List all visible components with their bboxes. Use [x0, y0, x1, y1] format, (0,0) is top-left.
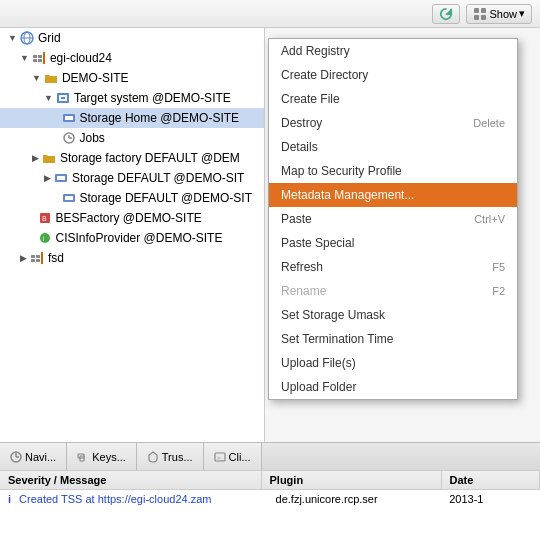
svg-rect-21: [57, 176, 65, 180]
status-col-date: Date: [442, 471, 541, 489]
details-label: Details: [281, 140, 318, 154]
arrow-factory: ▶: [32, 153, 39, 163]
menu-details[interactable]: Details: [269, 135, 517, 159]
svg-rect-10: [38, 59, 42, 62]
folder-icon-demo: [43, 70, 59, 86]
tree-label-demo: DEMO-SITE: [62, 71, 129, 85]
svg-rect-14: [61, 97, 65, 99]
tree-label-storage-home: Storage Home @DEMO-SITE: [80, 111, 240, 125]
status-col-message: Severity / Message: [0, 471, 262, 489]
tree-item-demo-site[interactable]: ▼ DEMO-SITE: [0, 68, 264, 88]
create-directory-label: Create Directory: [281, 68, 368, 82]
tree-item-storage-default-1[interactable]: ▶ Storage DEFAULT @DEMO-SIT: [0, 168, 264, 188]
add-registry-label: Add Registry: [281, 44, 350, 58]
show-arrow: ▾: [519, 7, 525, 20]
paste-label: Paste: [281, 212, 312, 226]
svg-rect-8: [33, 59, 37, 62]
destroy-shortcut: Delete: [473, 117, 505, 129]
paste-special-label: Paste Special: [281, 236, 354, 250]
arrow-sd2: [56, 193, 59, 203]
status-date: 2013-1: [449, 493, 532, 505]
tree-item-cis[interactable]: i CISInfoProvider @DEMO-SITE: [0, 228, 264, 248]
status-header-plugin: Plugin: [270, 474, 304, 486]
tree-item-storage-factory[interactable]: ▶ Storage factory DEFAULT @DEM: [0, 148, 264, 168]
menu-upload-folder[interactable]: Upload Folder: [269, 375, 517, 399]
menu-upload-files[interactable]: Upload File(s): [269, 351, 517, 375]
tree-item-grid[interactable]: ▼ Grid: [0, 28, 264, 48]
refresh-label: Refresh: [281, 260, 323, 274]
tab-keys-label: Keys...: [92, 451, 126, 463]
create-file-label: Create File: [281, 92, 340, 106]
rename-shortcut: F2: [492, 285, 505, 297]
context-menu: Add Registry Create Directory Create Fil…: [268, 38, 518, 400]
tree-item-jobs[interactable]: Jobs: [0, 128, 264, 148]
tree-item-storage-home[interactable]: Storage Home @DEMO-SITE: [0, 108, 264, 128]
cis-icon: i: [37, 230, 53, 246]
refresh-button[interactable]: [432, 4, 460, 24]
svg-rect-9: [38, 55, 42, 58]
status-info-icon: i: [8, 493, 11, 505]
arrow-jobs: [56, 133, 59, 143]
svg-rect-30: [36, 255, 40, 258]
tab-trus[interactable]: Trus...: [137, 443, 204, 470]
upload-folder-label: Upload Folder: [281, 380, 356, 394]
menu-create-file[interactable]: Create File: [269, 87, 517, 111]
tree-label-egi: egi-cloud24: [50, 51, 112, 65]
map-security-label: Map to Security Profile: [281, 164, 402, 178]
arrow-cis: [32, 233, 35, 243]
arrow-storage-home: [56, 113, 59, 123]
tab-cli[interactable]: >_ Cli...: [204, 443, 262, 470]
tree-label-grid: Grid: [38, 31, 61, 45]
tree-label-bes: BESFactory @DEMO-SITE: [56, 211, 202, 225]
svg-rect-31: [36, 259, 40, 262]
arrow-egi: ▼: [20, 53, 29, 63]
svg-rect-7: [33, 55, 37, 58]
menu-paste-special[interactable]: Paste Special: [269, 231, 517, 255]
menu-add-registry[interactable]: Add Registry: [269, 39, 517, 63]
status-header: Severity / Message Plugin Date: [0, 471, 540, 490]
tree-item-fsd[interactable]: ▶ fsd: [0, 248, 264, 268]
svg-rect-23: [65, 196, 73, 200]
storage-icon: [61, 110, 77, 126]
tab-navi[interactable]: Navi...: [0, 443, 67, 470]
grid-icon: [19, 30, 35, 46]
upload-files-label: Upload File(s): [281, 356, 356, 370]
set-termination-label: Set Termination Time: [281, 332, 394, 346]
tree-label-factory: Storage factory DEFAULT @DEM: [60, 151, 240, 165]
menu-set-termination[interactable]: Set Termination Time: [269, 327, 517, 351]
bottom-tabs: Navi... Keys... Trus... >_ Cli...: [0, 442, 540, 470]
status-bar: Severity / Message Plugin Date i Created…: [0, 470, 540, 540]
tree-item-egi[interactable]: ▼ egi-cloud24: [0, 48, 264, 68]
tree-item-target[interactable]: ▼ Target system @DEMO-SITE: [0, 88, 264, 108]
show-label: Show: [489, 8, 517, 20]
menu-set-storage-umask[interactable]: Set Storage Umask: [269, 303, 517, 327]
svg-rect-1: [481, 8, 486, 13]
toolbar: Show ▾: [0, 0, 540, 28]
svg-rect-32: [41, 252, 43, 264]
arrow-sd1: ▶: [44, 173, 51, 183]
tree-item-storage-default-2[interactable]: Storage DEFAULT @DEMO-SIT: [0, 188, 264, 208]
tree-label-cis: CISInfoProvider @DEMO-SITE: [56, 231, 223, 245]
tree-item-bes[interactable]: B BESFactory @DEMO-SITE: [0, 208, 264, 228]
menu-paste[interactable]: Paste Ctrl+V: [269, 207, 517, 231]
menu-refresh[interactable]: Refresh F5: [269, 255, 517, 279]
menu-metadata[interactable]: Metadata Management...: [269, 183, 517, 207]
menu-destroy[interactable]: Destroy Delete: [269, 111, 517, 135]
tree-label-sd1: Storage DEFAULT @DEMO-SIT: [72, 171, 244, 185]
arrow-bes: [32, 213, 35, 223]
menu-map-security[interactable]: Map to Security Profile: [269, 159, 517, 183]
paste-shortcut: Ctrl+V: [474, 213, 505, 225]
tree-label-target: Target system @DEMO-SITE: [74, 91, 231, 105]
status-plugin: de.fzj.unicore.rcp.ser: [276, 493, 442, 505]
svg-rect-11: [43, 52, 45, 64]
svg-rect-2: [474, 15, 479, 20]
status-message: Created TSS at https://egi-cloud24.zam: [19, 493, 267, 505]
storage-icon-d2: [61, 190, 77, 206]
rename-label: Rename: [281, 284, 326, 298]
show-button[interactable]: Show ▾: [466, 4, 532, 24]
menu-rename[interactable]: Rename F2: [269, 279, 517, 303]
destroy-label: Destroy: [281, 116, 322, 130]
arrow-grid: ▼: [8, 33, 17, 43]
menu-create-directory[interactable]: Create Directory: [269, 63, 517, 87]
tab-keys[interactable]: Keys...: [67, 443, 137, 470]
